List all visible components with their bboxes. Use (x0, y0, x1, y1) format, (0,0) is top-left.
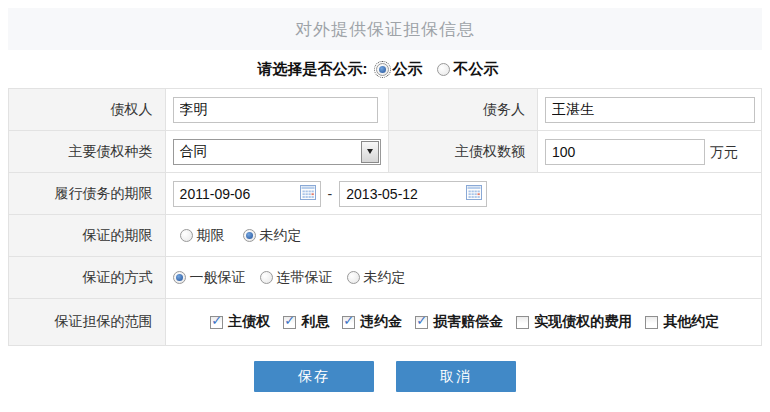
row-guarantee-mode: 保证的方式 一般保证 连带保证 未约定 (9, 257, 762, 299)
debt-amount-unit: 万元 (710, 144, 738, 160)
debt-amount-label: 主债权数额 (388, 131, 537, 173)
guarantee-mode-label: 保证的方式 (9, 257, 166, 299)
guarantee-info-page: 对外提供保证担保信息 请选择是否公示: 公示 不公示 债权人 债务人 主要债权种… (0, 0, 770, 412)
checkbox-interest-icon[interactable] (283, 316, 296, 329)
publicity-choice-row: 请选择是否公示: 公示 不公示 (0, 50, 770, 88)
radio-joint-guarantee-icon[interactable] (260, 271, 273, 284)
checkbox-realization-costs-icon[interactable] (516, 316, 529, 329)
row-performance-period: 履行债务的期限 2011-09-06 (9, 173, 762, 215)
checkbox-principal-claim-label: 主债权 (228, 313, 270, 331)
radio-general-guarantee-label: 一般保证 (190, 269, 246, 287)
row-debt-type-amount: 主要债权种类 合同 主债权数额 万元 (9, 131, 762, 173)
checkbox-penalty-icon[interactable] (342, 316, 355, 329)
checkbox-damages-label: 损害赔偿金 (433, 313, 503, 331)
radio-option-mode-unagreed[interactable]: 未约定 (347, 269, 406, 287)
end-date-input[interactable]: 2013-05-12 (339, 181, 487, 207)
guarantee-scope-label: 保证担保的范围 (9, 299, 166, 346)
checkbox-option-interest[interactable]: 利息 (283, 313, 329, 331)
debt-type-label: 主要债权种类 (9, 131, 166, 173)
checkbox-option-damages[interactable]: 损害赔偿金 (415, 313, 503, 331)
radio-joint-guarantee-label: 连带保证 (277, 269, 333, 287)
date-range-separator: - (328, 186, 333, 202)
calendar-icon[interactable] (300, 185, 316, 203)
radio-period-unagreed-icon[interactable] (243, 229, 256, 242)
radio-general-guarantee-icon[interactable] (173, 271, 186, 284)
row-guarantee-scope: 保证担保的范围 主债权 利息 违约金 (9, 299, 762, 346)
radio-option-period-unagreed[interactable]: 未约定 (243, 227, 302, 245)
creditor-input[interactable] (173, 97, 378, 123)
checkbox-penalty-label: 违约金 (360, 313, 402, 331)
radio-option-fixed-period[interactable]: 期限 (180, 227, 225, 245)
checkbox-principal-claim-icon[interactable] (210, 316, 223, 329)
radio-mode-unagreed-label: 未约定 (364, 269, 406, 287)
checkbox-interest-label: 利息 (301, 313, 329, 331)
debt-amount-input[interactable] (545, 139, 705, 165)
end-date-value: 2013-05-12 (346, 186, 418, 202)
radio-public-icon[interactable] (376, 63, 389, 76)
publicity-label: 请选择是否公示: (258, 60, 368, 79)
debtor-input[interactable] (545, 97, 755, 123)
row-creditor-debtor: 债权人 债务人 (9, 89, 762, 131)
guarantee-period-label: 保证的期限 (9, 215, 166, 257)
radio-fixed-period-icon[interactable] (180, 229, 193, 242)
creditor-label: 债权人 (9, 89, 166, 131)
page-header: 对外提供保证担保信息 (8, 8, 762, 50)
action-button-row: 保存 取消 (0, 361, 770, 392)
start-date-value: 2011-09-06 (180, 186, 251, 202)
checkbox-other-agreed-icon[interactable] (645, 316, 658, 329)
radio-not-public-icon[interactable] (437, 63, 450, 76)
debtor-label: 债务人 (388, 89, 537, 131)
radio-mode-unagreed-icon[interactable] (347, 271, 360, 284)
radio-option-joint-guarantee[interactable]: 连带保证 (260, 269, 333, 287)
save-button[interactable]: 保存 (254, 361, 374, 392)
select-dropdown-button[interactable] (361, 141, 379, 163)
page-title: 对外提供保证担保信息 (295, 18, 475, 41)
start-date-input[interactable]: 2011-09-06 (173, 181, 321, 207)
debt-type-selected-value: 合同 (174, 143, 208, 161)
radio-period-unagreed-label: 未约定 (260, 227, 302, 245)
radio-not-public-label: 不公示 (454, 60, 499, 79)
radio-option-general-guarantee[interactable]: 一般保证 (173, 269, 246, 287)
performance-period-label: 履行债务的期限 (9, 173, 166, 215)
checkbox-realization-costs-label: 实现债权的费用 (534, 313, 632, 331)
checkbox-option-principal-claim[interactable]: 主债权 (210, 313, 270, 331)
checkbox-other-agreed-label: 其他约定 (663, 313, 719, 331)
checkbox-option-other-agreed[interactable]: 其他约定 (645, 313, 719, 331)
debt-type-select[interactable]: 合同 (173, 139, 381, 165)
radio-public-label: 公示 (393, 60, 423, 79)
checkbox-option-penalty[interactable]: 违约金 (342, 313, 402, 331)
radio-option-not-public[interactable]: 不公示 (437, 60, 499, 79)
checkbox-option-realization-costs[interactable]: 实现债权的费用 (516, 313, 632, 331)
guarantee-form-table: 债权人 债务人 主要债权种类 合同 主债权数额 万元 (8, 88, 762, 346)
chevron-down-icon (367, 149, 373, 154)
radio-fixed-period-label: 期限 (197, 227, 225, 245)
cancel-button[interactable]: 取消 (396, 361, 516, 392)
radio-option-public[interactable]: 公示 (376, 60, 423, 79)
checkbox-damages-icon[interactable] (415, 316, 428, 329)
calendar-icon[interactable] (466, 185, 482, 203)
row-guarantee-period: 保证的期限 期限 未约定 (9, 215, 762, 257)
